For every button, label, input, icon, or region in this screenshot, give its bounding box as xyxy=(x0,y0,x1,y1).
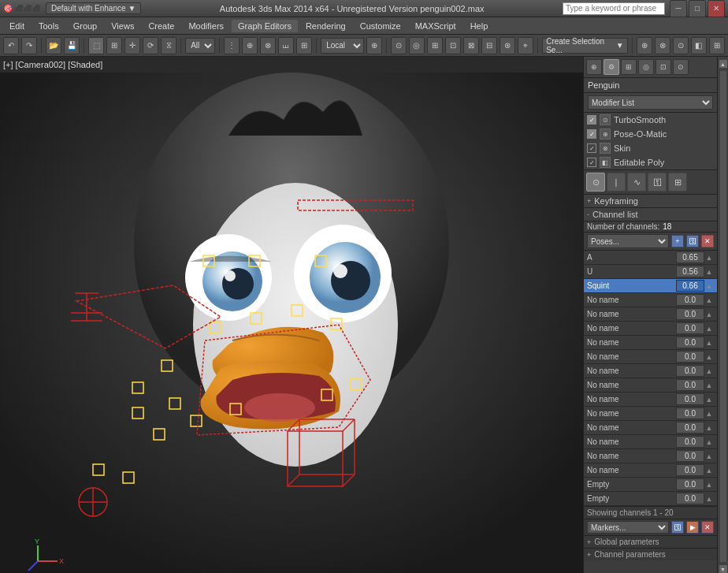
tab-create[interactable]: ⊕ xyxy=(586,59,602,75)
poses-add-btn[interactable]: + xyxy=(671,235,684,247)
coord-select[interactable]: Local xyxy=(321,38,364,54)
menu-maxscript[interactable]: MAXScript xyxy=(409,20,462,32)
channel-value-12[interactable] xyxy=(676,422,704,433)
channel-arrow-15[interactable]: ▲ xyxy=(704,467,714,474)
scroll-down[interactable]: ▼ xyxy=(719,565,727,573)
channel-arrow-10[interactable]: ▲ xyxy=(704,396,714,404)
mod-item-turbosm[interactable]: ✓ ⊙ TurboSmooth xyxy=(584,113,717,127)
tb3[interactable]: ⊞ xyxy=(427,37,443,54)
channel-value-0[interactable] xyxy=(676,251,704,263)
preset-dropdown[interactable]: Default with Enhance ▼ xyxy=(46,2,141,14)
channel-arrow-4[interactable]: ▲ xyxy=(704,311,714,318)
window-controls[interactable]: 🎯 ⬛⬛⬛ xyxy=(3,4,41,13)
select-button[interactable]: ⬚ xyxy=(88,37,104,54)
markers-key-btn[interactable]: ⚿ xyxy=(671,521,684,534)
tb13[interactable]: ⊞ xyxy=(709,37,725,54)
poses-delete-btn[interactable]: ✕ xyxy=(701,235,714,247)
channel-arrow-12[interactable]: ▲ xyxy=(704,424,714,432)
search-input[interactable] xyxy=(563,2,665,15)
minimize-button[interactable]: ─ xyxy=(670,0,687,17)
markers-del-btn[interactable]: ✕ xyxy=(701,521,714,534)
channel-value-6[interactable] xyxy=(676,337,704,348)
channel-value-7[interactable] xyxy=(676,351,704,363)
channel-row-11[interactable]: No name ▲ xyxy=(584,407,717,421)
selection-filter-dropdown[interactable]: Create Selection Se... ▼ xyxy=(542,38,628,54)
sub-tab-2[interactable]: | xyxy=(607,173,626,192)
align-button[interactable]: ⊞ xyxy=(296,37,312,54)
close-button[interactable]: ✕ xyxy=(708,0,725,17)
channel-arrow-11[interactable]: ▲ xyxy=(704,410,714,418)
mod-skin-checkbox[interactable]: ✓ xyxy=(587,143,596,153)
channel-value-5[interactable] xyxy=(676,322,704,334)
channel-row-14[interactable]: No name ▲ xyxy=(584,449,717,463)
pivot-button[interactable]: ⊕ xyxy=(366,37,382,54)
menu-tools[interactable]: Tools xyxy=(32,20,65,32)
tb2[interactable]: ◎ xyxy=(409,37,425,54)
channel-row-3[interactable]: No name ▲ xyxy=(584,293,717,307)
menu-modifiers[interactable]: Modifiers xyxy=(182,20,230,32)
channel-row-7[interactable]: No name ▲ xyxy=(584,350,717,364)
channel-value-15[interactable] xyxy=(676,464,704,476)
sub-tab-3[interactable]: ∿ xyxy=(627,173,646,192)
window-buttons[interactable]: ─ □ ✕ xyxy=(670,0,725,17)
menu-create[interactable]: Create xyxy=(142,20,180,32)
channel-value-16[interactable] xyxy=(676,478,704,490)
tb12[interactable]: ◧ xyxy=(691,37,707,54)
redo-button[interactable]: ↷ xyxy=(21,37,37,54)
mod-turbosm-checkbox[interactable]: ✓ xyxy=(587,115,596,125)
channel-row-2[interactable]: Squint ▲ xyxy=(584,279,717,293)
select-region[interactable]: ⊞ xyxy=(106,37,122,54)
snap3[interactable]: ⊗ xyxy=(260,37,276,54)
channel-params-expand[interactable]: + xyxy=(587,551,591,559)
poses-key-btn[interactable]: ⚿ xyxy=(686,235,699,247)
channel-arrow-1[interactable]: ▲ xyxy=(704,268,714,276)
open-button[interactable]: 📂 xyxy=(46,37,61,54)
tab-motion[interactable]: ◎ xyxy=(638,59,654,75)
snap2[interactable]: ⊕ xyxy=(242,37,258,54)
channel-value-2[interactable] xyxy=(676,280,704,292)
channel-arrow-0[interactable]: ▲ xyxy=(704,254,714,262)
channel-arrow-6[interactable]: ▲ xyxy=(704,339,714,347)
keyframing-expand[interactable]: + xyxy=(587,197,591,205)
channel-value-8[interactable] xyxy=(676,365,704,377)
sub-tab-parameters[interactable]: ⊙ xyxy=(586,173,605,192)
tb5[interactable]: ⊠ xyxy=(463,37,479,54)
tb6[interactable]: ⊟ xyxy=(481,37,497,54)
channel-arrow-9[interactable]: ▲ xyxy=(704,381,714,389)
tb10[interactable]: ⊗ xyxy=(655,37,670,54)
channel-value-9[interactable] xyxy=(676,379,704,391)
global-params-expand[interactable]: + xyxy=(587,538,591,546)
tb1[interactable]: ⊙ xyxy=(391,37,407,54)
markers-select[interactable]: Markers... xyxy=(587,521,669,534)
channel-list-expand[interactable]: - xyxy=(587,210,589,218)
channel-arrow-5[interactable]: ▲ xyxy=(704,325,714,333)
mod-item-skin[interactable]: ✓ ⊗ Skin xyxy=(584,141,717,155)
tab-display[interactable]: ⊡ xyxy=(656,59,671,75)
channel-value-4[interactable] xyxy=(676,308,704,320)
markers-play-btn[interactable]: ▶ xyxy=(686,521,699,534)
channel-arrow-3[interactable]: ▲ xyxy=(704,296,714,304)
scroll-up[interactable]: ▲ xyxy=(719,60,727,68)
menu-graph-editors[interactable]: Graph Editors xyxy=(232,20,298,32)
modifier-list-select[interactable]: Modifier List xyxy=(588,95,713,110)
channel-row-17[interactable]: Empty ▲ xyxy=(584,492,717,506)
mod-item-editpoly[interactable]: ✓ ◧ Editable Poly xyxy=(584,155,717,169)
channel-value-1[interactable] xyxy=(676,266,704,277)
maximize-button[interactable]: □ xyxy=(689,0,706,17)
filter-select[interactable]: All xyxy=(185,38,215,54)
tab-hierarchy[interactable]: ⊞ xyxy=(621,59,637,75)
poses-select[interactable]: Poses... xyxy=(587,234,669,248)
channel-arrow-13[interactable]: ▲ xyxy=(704,438,714,446)
save-button[interactable]: 💾 xyxy=(64,37,80,54)
tb7[interactable]: ⊛ xyxy=(500,37,515,54)
channel-arrow-14[interactable]: ▲ xyxy=(704,452,714,460)
channel-row-16[interactable]: Empty ▲ xyxy=(584,478,717,492)
tb8[interactable]: ⌖ xyxy=(518,37,533,54)
menu-edit[interactable]: Edit xyxy=(3,20,31,32)
select-move[interactable]: ✛ xyxy=(124,37,140,54)
channel-arrow-16[interactable]: ▲ xyxy=(704,481,714,489)
channel-row-5[interactable]: No name ▲ xyxy=(584,322,717,336)
menu-views[interactable]: Views xyxy=(105,20,140,32)
mod-poseom-checkbox[interactable]: ✓ xyxy=(587,129,596,139)
tab-utilities[interactable]: ⊙ xyxy=(673,59,689,75)
